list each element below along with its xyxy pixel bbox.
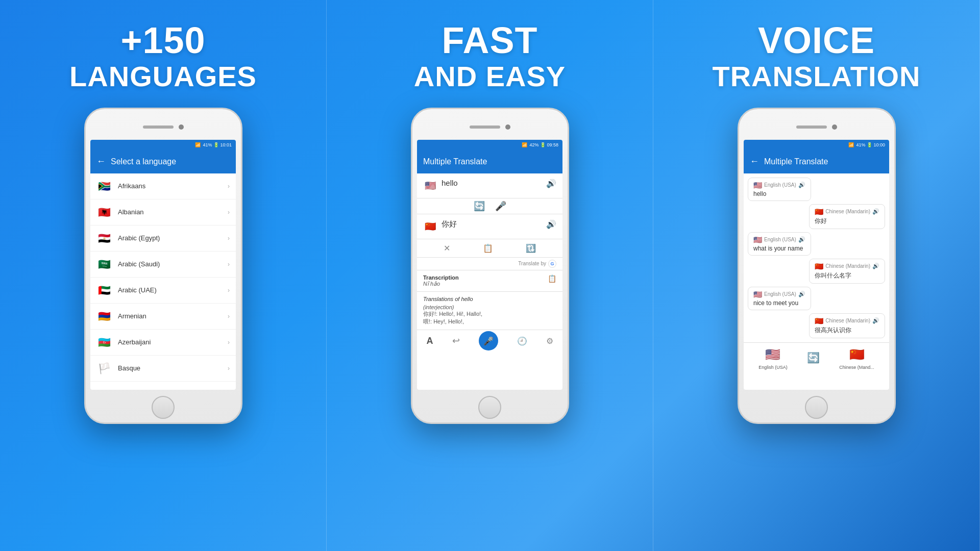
translate-by-row: Translate by G xyxy=(417,258,562,270)
back-arrow-icon[interactable]: ← xyxy=(96,156,106,167)
refresh-icon[interactable]: 🔄 xyxy=(474,201,485,212)
translations-title: Translations of hello xyxy=(423,296,556,302)
lang-arrow-icon: › xyxy=(228,313,230,320)
lang1-name: English (USA) xyxy=(758,365,788,370)
dest-flag: 🇨🇳 xyxy=(423,219,437,234)
lang-name: Albanian xyxy=(118,208,222,216)
language-list-item[interactable]: 🇸🇦 Arabic (Saudi) › xyxy=(90,252,236,278)
screen1-header-title: Select a language xyxy=(111,157,176,166)
language-list-item[interactable]: 🇦🇱 Albanian › xyxy=(90,199,236,226)
transcription-area: Transcription Nǐ hǎo 📋 xyxy=(417,270,562,292)
mic-row: 🔄 🎤 xyxy=(417,198,562,214)
back-arrow-icon-3[interactable]: ← xyxy=(750,156,759,167)
chat-message: 🇨🇳 Chinese (Mandarin) 🔊 很高兴认识你 xyxy=(809,313,885,338)
chat-area: 🇺🇸 English (USA) 🔊 hello 🇨🇳 Chinese (Man… xyxy=(744,173,889,342)
chat-text: 你叫什么名字 xyxy=(815,271,879,280)
status-icons-2: 📶 42% 🔋 09:58 xyxy=(522,142,558,147)
swap-lang-icon[interactable]: 🔄 xyxy=(807,352,820,364)
speaker-icon-dest[interactable]: 🔊 xyxy=(546,219,556,229)
screen2-header: Multiple Translate xyxy=(417,150,562,173)
panel3-title-line2: TRANSLATION xyxy=(712,61,920,92)
translations-of-text: Translations of hello xyxy=(423,296,473,302)
home-button-2[interactable] xyxy=(478,396,501,419)
reload-icon[interactable]: 🔃 xyxy=(526,243,536,253)
chat-lang-name: English (USA) xyxy=(764,182,796,188)
history-icon[interactable]: 🕘 xyxy=(517,336,527,346)
lang-flag: 🇿🇦 xyxy=(96,179,112,194)
mic-icon-center[interactable]: 🎤 xyxy=(495,201,506,212)
language-list-item[interactable]: 🇦🇲 Armenian › xyxy=(90,304,236,330)
phone-speaker-3 xyxy=(796,126,827,129)
phone-bottom-2 xyxy=(412,390,568,425)
status-bar-2: 📶 42% 🔋 09:58 xyxy=(417,140,562,150)
chat-speaker-icon[interactable]: 🔊 xyxy=(798,291,805,297)
language-list-item[interactable]: 🇪🇬 Arabic (Egypt) › xyxy=(90,226,236,252)
chat-label-row: 🇺🇸 English (USA) 🔊 xyxy=(753,290,805,298)
lang1-button[interactable]: 🇺🇸 English (USA) xyxy=(758,345,788,370)
chat-flag: 🇺🇸 xyxy=(753,181,762,189)
chat-text: 很高兴认识你 xyxy=(815,326,879,335)
swap-icon[interactable]: ↩ xyxy=(452,335,460,346)
translations-content: (interjection) 你好!: Hello!, Hi!, Hallo!,… xyxy=(423,304,556,325)
lang2-button[interactable]: 🇨🇳 Chinese (Mand... xyxy=(839,345,874,370)
language-list-item[interactable]: 🇧🇾 Belarusian › xyxy=(90,382,236,390)
text-icon[interactable]: A xyxy=(427,336,433,346)
lang-name: Arabic (UAE) xyxy=(118,286,222,294)
chat-message: 🇨🇳 Chinese (Mandarin) 🔊 你好 xyxy=(809,204,885,229)
lang2-flag: 🇨🇳 xyxy=(848,345,866,364)
lang-arrow-icon: › xyxy=(228,235,230,242)
language-list-item[interactable]: 🇿🇦 Afrikaans › xyxy=(90,173,236,199)
home-button-1[interactable] xyxy=(152,396,175,419)
chat-text: hello xyxy=(753,190,805,197)
chat-lang-name: Chinese (Mandarin) xyxy=(825,263,870,269)
signal-icon: 📶 xyxy=(195,142,201,147)
chat-text: nice to meet you xyxy=(753,299,805,307)
chat-speaker-icon[interactable]: 🔊 xyxy=(872,263,879,269)
lang2-name: Chinese (Mand... xyxy=(839,365,874,370)
language-list-item[interactable]: 🏳️ Basque › xyxy=(90,356,236,382)
phone-bottom-1 xyxy=(86,390,241,425)
chat-speaker-icon[interactable]: 🔊 xyxy=(798,236,805,243)
panel3-title-line1: VOICE xyxy=(712,20,920,61)
panel-languages: +150 LANGUAGES 📶 41% 🔋 10:01 ← Select a … xyxy=(0,0,327,551)
chat-speaker-icon[interactable]: 🔊 xyxy=(872,317,879,324)
lang-flag: 🏳️ xyxy=(96,361,112,376)
lang1-flag: 🇺🇸 xyxy=(764,345,782,364)
copy-icon[interactable]: 📋 xyxy=(483,243,493,253)
chat-label-row: 🇨🇳 Chinese (Mandarin) 🔊 xyxy=(815,262,879,270)
language-list: 🇿🇦 Afrikaans › 🇦🇱 Albanian › 🇪🇬 Arabic (… xyxy=(90,173,236,390)
mic-button[interactable]: 🎤 xyxy=(479,331,498,350)
home-button-3[interactable] xyxy=(805,396,828,419)
settings-icon[interactable]: ⚙ xyxy=(546,336,553,346)
translations-line1: 你好!: Hello!, Hi!, Hallo!, xyxy=(423,310,556,318)
signal-icon-3: 📶 xyxy=(848,142,854,147)
lang-arrow-icon: › xyxy=(228,261,230,268)
chat-label-row: 🇺🇸 English (USA) 🔊 xyxy=(753,181,805,189)
signal-icon-2: 📶 xyxy=(522,142,527,147)
phone-speaker-1 xyxy=(143,126,174,129)
translate-by-text: Translate by xyxy=(518,261,546,266)
translate-dest: 🇨🇳 你好 🔊 xyxy=(417,214,562,239)
panel1-title-line2: LANGUAGES xyxy=(69,61,257,92)
lang-name: Azerbaijani xyxy=(118,338,222,346)
close-icon[interactable]: ✕ xyxy=(444,243,450,253)
language-list-item[interactable]: 🇦🇪 Arabic (UAE) › xyxy=(90,278,236,304)
lang-arrow-icon: › xyxy=(228,183,230,190)
transcription-label: Transcription xyxy=(423,274,459,281)
chat-speaker-icon[interactable]: 🔊 xyxy=(798,182,805,188)
lang-flag: 🇦🇪 xyxy=(96,283,112,298)
chat-speaker-icon[interactable]: 🔊 xyxy=(872,208,879,215)
dest-text: 你好 xyxy=(442,219,542,229)
copy-icon-transcription[interactable]: 📋 xyxy=(548,274,556,283)
chat-message: 🇺🇸 English (USA) 🔊 what is your name xyxy=(748,232,811,256)
status-icons-3: 📶 41% 🔋 10:00 xyxy=(848,142,885,147)
language-list-item[interactable]: 🇦🇿 Azerbaijani › xyxy=(90,330,236,356)
phone-camera-1 xyxy=(179,124,184,130)
phone-speaker-2 xyxy=(470,126,500,129)
translate-area: 🇺🇸 hello 🔊 🔄 🎤 🇨🇳 你好 🔊 ✕ 📋 🔃 xyxy=(417,173,562,330)
chat-bottom-bar: 🇺🇸 English (USA) 🔄 🇨🇳 Chinese (Mand... xyxy=(744,342,889,373)
translations-area: Translations of hello (interjection) 你好!… xyxy=(417,292,562,330)
panel-fast-easy: FAST AND EASY 📶 42% 🔋 09:58 Multiple Tra… xyxy=(327,0,653,551)
phone-1: 📶 41% 🔋 10:01 ← Select a language 🇿🇦 Afr… xyxy=(84,108,242,424)
speaker-icon-source[interactable]: 🔊 xyxy=(546,179,556,188)
